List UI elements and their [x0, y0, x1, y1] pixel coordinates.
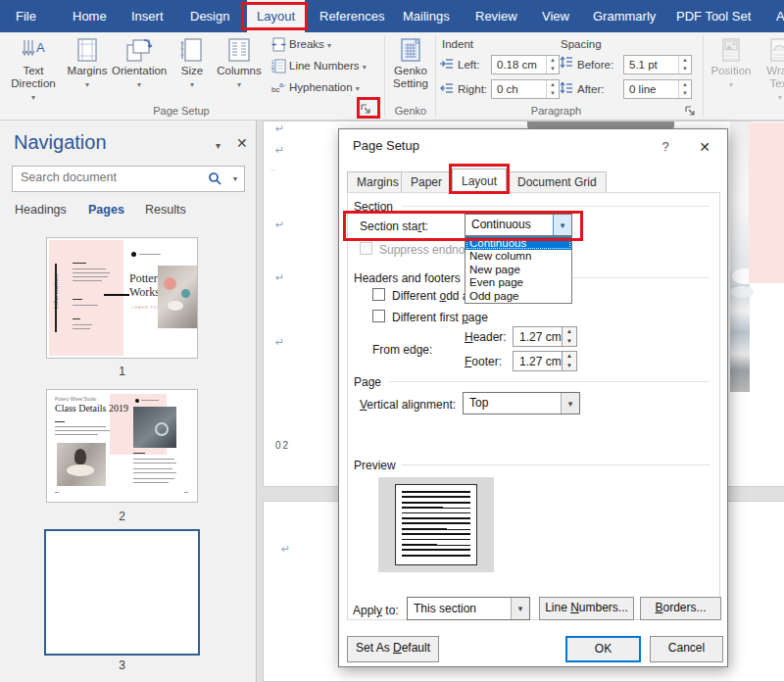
page-thumbnail-2[interactable]: Pottery Wheel Studio Class Details 2019 [47, 390, 197, 502]
apply-to-label: Apply to: [353, 604, 399, 617]
preview-group-label: Preview [354, 459, 402, 472]
tab-references[interactable]: References [316, 0, 388, 32]
text-direction-button[interactable]: A Text Direction ▾ [4, 34, 63, 117]
tab-mailings[interactable]: Mailings [399, 0, 454, 32]
different-first-page-checkbox[interactable] [372, 310, 385, 322]
vertical-alignment-label: Vertical alignment: [360, 398, 456, 412]
indent-heading: Indent [442, 38, 473, 50]
suppress-endnotes-checkbox[interactable] [360, 242, 372, 255]
wrap-text-button[interactable]: Wrap Text ▾ [759, 34, 784, 117]
page-thumbnail-1[interactable]: Information Pottery Workshops LEARN TOGE… [47, 238, 197, 358]
line-numbers-button-dialog[interactable]: Line Numbers... [539, 597, 634, 620]
tab-acrobat[interactable]: Ac [772, 0, 784, 32]
chevron-down-icon: ▾ [327, 41, 331, 50]
indent-left-field[interactable]: 0.18 cm ▲▼ [491, 55, 560, 74]
dialog-tab-document-grid[interactable]: Document Grid [508, 171, 607, 192]
cancel-button[interactable]: Cancel [650, 636, 723, 662]
set-as-default-button[interactable]: Set As Default [347, 636, 439, 662]
dialog-launcher-icon [360, 103, 371, 115]
indent-right-spinner[interactable]: ▲▼ [546, 80, 559, 98]
dropdown-option-odd-page[interactable]: Odd page [466, 290, 571, 303]
dots-mark: ∙∙ [270, 166, 274, 174]
spacing-after-field[interactable]: 0 line ▲▼ [623, 79, 692, 99]
word-window: File Home Insert Design Layout Reference… [0, 0, 784, 682]
tab-review[interactable]: Review [471, 0, 521, 32]
from-edge-label: From edge: [372, 343, 432, 357]
different-odd-even-checkbox[interactable] [372, 288, 385, 301]
dialog-tab-margins[interactable]: Margins [347, 171, 409, 192]
document-page-label: 02 [275, 440, 290, 451]
indent-left-spinner[interactable]: ▲▼ [546, 56, 559, 73]
spacing-before-field[interactable]: 5.1 pt ▲▼ [623, 55, 692, 74]
hyphenation-button[interactable]: bc a- Hyphenation ▾ [271, 80, 360, 100]
dropdown-option-new-column[interactable]: New column [466, 250, 571, 263]
tab-pdf-tool-set[interactable]: PDF Tool Set [672, 0, 755, 32]
search-icon[interactable] [208, 171, 222, 186]
page-setup-dialog-launcher[interactable] [360, 101, 374, 116]
navigation-options-chevron-icon[interactable]: ▾ [216, 140, 220, 151]
tab-insert[interactable]: Insert [127, 0, 168, 32]
section-start-combobox[interactable]: Continuous ▾ [465, 214, 572, 236]
footer-distance-spinner[interactable]: ▲▼ [562, 352, 576, 370]
line-numbers-label: Line Numbers [289, 60, 360, 72]
tab-view[interactable]: View [538, 0, 573, 32]
section-start-label: Section start: [360, 219, 428, 233]
header-distance-spinner[interactable]: ▲▼ [562, 327, 576, 346]
document-photo-right [730, 122, 750, 392]
nav-tab-pages[interactable]: Pages [88, 203, 124, 217]
vertical-alignment-value: Top [469, 396, 488, 410]
search-input[interactable] [21, 170, 207, 184]
spacing-after-spinner[interactable]: ▲▼ [678, 80, 691, 98]
thumb1-divider-line [104, 294, 129, 296]
chevron-down-icon: ▾ [729, 80, 733, 89]
page-thumbnail-3[interactable] [46, 531, 198, 654]
paragraph-dialog-launcher[interactable] [684, 103, 699, 118]
margins-button[interactable]: Margins ▾ [65, 34, 110, 117]
vertical-alignment-combobox[interactable]: Top ▾ [463, 392, 580, 414]
thumb2-kicker: Pottery Wheel Studio [55, 397, 96, 402]
tab-design[interactable]: Design [186, 0, 233, 32]
line-numbers-icon: 1 2 3 [271, 59, 286, 73]
ok-button[interactable]: OK [565, 636, 641, 662]
page-thumbnail-2-number: 2 [47, 510, 197, 523]
thumb2-photo-bottom [57, 443, 106, 486]
dialog-close-icon[interactable]: ✕ [686, 135, 723, 159]
nav-tab-headings[interactable]: Headings [15, 203, 67, 217]
spacing-before-spinner[interactable]: ▲▼ [678, 56, 691, 73]
spacing-after-value: 0 line [629, 83, 657, 95]
indent-right-field[interactable]: 0 ch ▲▼ [491, 79, 560, 99]
page-thumbnail-3-number: 3 [47, 658, 197, 672]
breaks-button[interactable]: Breaks ▾ [271, 37, 331, 57]
dropdown-option-continuous[interactable]: Continuous [466, 237, 571, 250]
search-options-chevron-icon[interactable]: ▾ [233, 174, 237, 183]
tab-home[interactable]: Home [69, 0, 111, 32]
position-button[interactable]: Position ▾ [708, 34, 755, 117]
apply-to-combobox[interactable]: This section ▾ [407, 597, 530, 620]
section-group-label: Section [354, 200, 399, 214]
line-numbers-button[interactable]: 1 2 3 Line Numbers ▾ [271, 59, 367, 78]
chevron-down-icon: ▾ [356, 84, 360, 93]
spacing-after-label: After: [577, 83, 604, 95]
thumb1-photo [158, 266, 197, 328]
genko-setting-icon [398, 37, 423, 63]
dialog-tab-paper[interactable]: Paper [401, 171, 452, 192]
thumb1-side-label: Information [53, 273, 59, 309]
header-distance-field[interactable]: 1.27 cm ▲▼ [513, 326, 577, 347]
combobox-chevron-icon[interactable]: ▾ [553, 215, 571, 235]
nav-tab-results[interactable]: Results [145, 203, 186, 217]
chevron-down-icon: ▾ [363, 63, 367, 72]
borders-button[interactable]: Borders... [640, 597, 721, 620]
navigation-close-icon[interactable]: ✕ [236, 135, 248, 151]
dropdown-option-new-page[interactable]: New page [466, 264, 571, 276]
combobox-chevron-icon[interactable]: ▾ [511, 598, 529, 619]
tab-grammarly[interactable]: Grammarly [589, 0, 660, 32]
dialog-tab-layout[interactable]: Layout [452, 169, 507, 193]
tab-layout[interactable]: Layout [247, 0, 305, 32]
dropdown-option-even-page[interactable]: Even page [466, 276, 571, 289]
tab-file[interactable]: File [12, 0, 40, 32]
footer-distance-field[interactable]: 1.27 cm ▲▼ [513, 351, 577, 371]
dialog-help-icon[interactable]: ? [651, 135, 680, 159]
combobox-chevron-icon[interactable]: ▾ [561, 393, 579, 414]
thumb2-photo-top [133, 407, 176, 448]
section-start-dropdown-list: Continuous New column New page Even page… [465, 236, 572, 304]
